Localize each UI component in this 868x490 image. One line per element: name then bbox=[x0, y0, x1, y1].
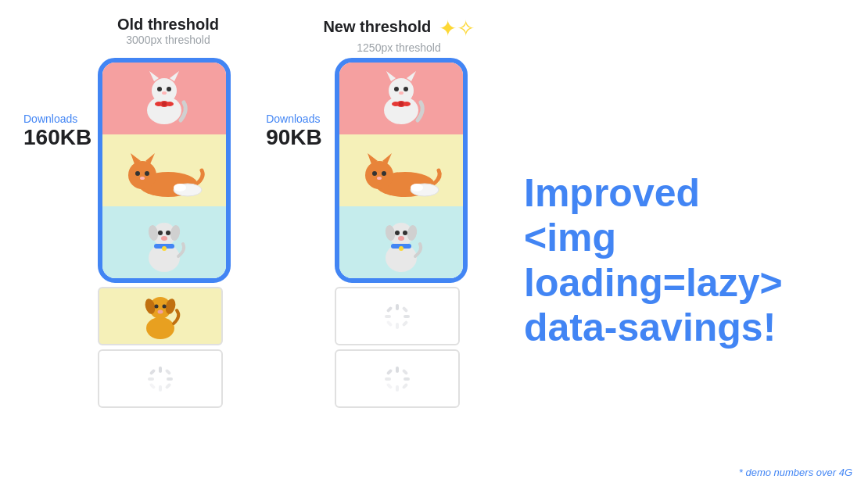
svg-point-60 bbox=[382, 171, 386, 176]
new-cat-orange-row bbox=[339, 134, 463, 206]
svg-rect-41 bbox=[165, 368, 171, 374]
new-cat-orange-icon bbox=[354, 139, 448, 202]
old-threshold-title: Old threshold bbox=[90, 16, 246, 34]
new-cat-white-icon bbox=[372, 67, 431, 130]
svg-rect-74 bbox=[396, 323, 399, 329]
svg-point-5 bbox=[167, 87, 171, 91]
svg-marker-3 bbox=[170, 71, 179, 81]
new-threshold-header: New threshold ✦✧ 1250px threshold bbox=[321, 16, 477, 54]
svg-point-17 bbox=[140, 177, 145, 180]
svg-rect-88 bbox=[402, 382, 408, 388]
new-downloads-text: Downloads bbox=[266, 113, 320, 125]
svg-marker-46 bbox=[386, 71, 396, 81]
new-loading-spinner-2-icon bbox=[382, 363, 413, 395]
svg-point-54 bbox=[399, 102, 404, 106]
old-cat-orange-row bbox=[102, 134, 226, 206]
old-threshold-subtitle: 3000px threshold bbox=[90, 34, 246, 46]
page-container: Old threshold 3000px threshold New thres… bbox=[0, 0, 868, 490]
loading-spinner-icon bbox=[145, 363, 176, 395]
cat-orange-icon bbox=[117, 139, 211, 202]
svg-marker-2 bbox=[149, 71, 159, 81]
improved-title: Improved <img loading=lazy> data-savings… bbox=[524, 171, 852, 351]
old-phone-screen bbox=[102, 63, 226, 278]
svg-rect-78 bbox=[402, 306, 408, 312]
svg-rect-39 bbox=[167, 377, 173, 381]
svg-point-45 bbox=[389, 78, 414, 103]
svg-point-10 bbox=[162, 102, 167, 106]
svg-point-4 bbox=[157, 87, 162, 91]
right-section: Improved <img loading=lazy> data-savings… bbox=[508, 16, 852, 482]
new-below-phone bbox=[335, 287, 468, 408]
svg-rect-87 bbox=[386, 382, 393, 388]
svg-point-25 bbox=[166, 231, 170, 235]
new-dog-blue-row bbox=[339, 206, 463, 278]
svg-point-19 bbox=[174, 184, 186, 191]
new-phone-section: Downloads 90KB bbox=[266, 58, 468, 408]
svg-point-61 bbox=[377, 177, 382, 180]
dog-yellow-icon bbox=[133, 291, 188, 342]
svg-point-24 bbox=[158, 231, 163, 235]
svg-point-16 bbox=[145, 171, 149, 176]
improved-line3: data-savings! bbox=[524, 306, 776, 349]
svg-rect-73 bbox=[396, 304, 399, 310]
svg-point-1 bbox=[152, 78, 177, 103]
new-downloads-size: 90KB bbox=[266, 125, 322, 150]
headers-row: Old threshold 3000px threshold New thres… bbox=[23, 16, 508, 54]
svg-point-49 bbox=[404, 87, 408, 91]
svg-rect-40 bbox=[149, 368, 156, 374]
svg-point-9 bbox=[166, 102, 174, 106]
svg-rect-77 bbox=[386, 306, 393, 312]
svg-point-50 bbox=[399, 91, 404, 95]
new-downloads-label: Downloads 90KB bbox=[266, 58, 328, 150]
new-loading-spinner-1-icon bbox=[382, 301, 413, 332]
old-phone-mockup bbox=[98, 58, 231, 283]
old-downloads-label: Downloads 160KB bbox=[23, 58, 91, 150]
svg-marker-47 bbox=[407, 71, 416, 81]
svg-rect-38 bbox=[148, 377, 154, 381]
old-downloads-size: 160KB bbox=[23, 125, 91, 150]
old-threshold-header: Old threshold 3000px threshold bbox=[90, 16, 246, 54]
svg-rect-82 bbox=[396, 385, 399, 392]
svg-rect-37 bbox=[159, 385, 162, 392]
svg-point-28 bbox=[162, 246, 167, 251]
improved-line2: <img loading=lazy> bbox=[524, 216, 783, 305]
old-phone-section: Downloads 160KB bbox=[23, 58, 231, 408]
demo-note: * demo numbers over 4G bbox=[739, 467, 852, 478]
svg-point-15 bbox=[135, 171, 140, 176]
svg-point-6 bbox=[162, 91, 167, 95]
svg-point-35 bbox=[158, 310, 163, 314]
old-ext-dog-row bbox=[98, 287, 223, 345]
svg-point-34 bbox=[163, 305, 167, 309]
svg-rect-79 bbox=[386, 320, 393, 326]
svg-rect-42 bbox=[149, 382, 156, 388]
new-ext-loading-row-1 bbox=[335, 287, 460, 345]
new-cat-white-row bbox=[339, 63, 463, 134]
svg-point-56 bbox=[365, 161, 393, 189]
svg-point-69 bbox=[403, 231, 407, 235]
svg-rect-81 bbox=[396, 367, 399, 373]
svg-rect-76 bbox=[404, 315, 410, 318]
phones-row: Downloads 160KB bbox=[23, 58, 508, 408]
svg-rect-84 bbox=[404, 377, 410, 381]
svg-point-52 bbox=[392, 102, 400, 106]
new-phone-screen bbox=[339, 63, 463, 278]
svg-point-68 bbox=[395, 231, 400, 235]
svg-point-8 bbox=[155, 102, 163, 106]
svg-rect-83 bbox=[385, 377, 391, 381]
svg-point-59 bbox=[372, 171, 377, 176]
svg-point-26 bbox=[161, 236, 167, 241]
svg-rect-86 bbox=[402, 368, 408, 374]
old-ext-loading-row bbox=[98, 349, 223, 408]
svg-rect-75 bbox=[385, 315, 391, 318]
svg-rect-36 bbox=[159, 367, 162, 373]
svg-rect-85 bbox=[386, 368, 393, 374]
old-cat-white-row bbox=[102, 63, 226, 134]
sparkle-icon: ✦✧ bbox=[439, 16, 475, 41]
improved-line1: Improved bbox=[524, 171, 700, 215]
svg-point-70 bbox=[398, 236, 404, 241]
svg-rect-43 bbox=[165, 382, 171, 388]
old-dog-blue-row bbox=[102, 206, 226, 278]
old-below-phone bbox=[98, 287, 231, 408]
old-downloads-text: Downloads bbox=[23, 113, 77, 125]
svg-point-12 bbox=[128, 161, 156, 189]
